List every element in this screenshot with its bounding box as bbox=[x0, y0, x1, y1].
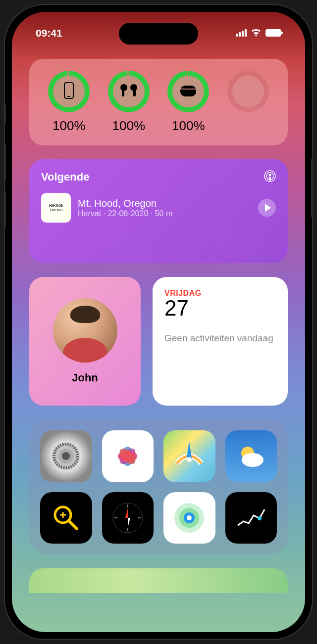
findmy-app-icon[interactable] bbox=[163, 492, 215, 544]
siri-suggestions-widget[interactable] bbox=[29, 419, 288, 554]
battery-ring-empty bbox=[227, 71, 269, 112]
compass-app-icon[interactable] bbox=[102, 492, 154, 544]
calendar-date: 27 bbox=[164, 296, 276, 321]
svg-point-37 bbox=[187, 515, 192, 520]
svg-rect-6 bbox=[180, 86, 196, 96]
weather-app-icon[interactable] bbox=[225, 430, 277, 482]
podcast-header: Volgende bbox=[41, 170, 276, 184]
stocks-app-icon[interactable] bbox=[225, 492, 277, 544]
photos-app-icon[interactable] bbox=[102, 430, 154, 482]
battery-item-airpods: 100% bbox=[108, 71, 150, 134]
volume-down-button[interactable] bbox=[3, 190, 6, 228]
podcast-widget-title: Volgende bbox=[41, 171, 89, 184]
calendar-events: Geen activiteiten vandaag bbox=[164, 332, 276, 345]
calendar-widget[interactable]: VRIJDAG 27 Geen activiteiten vandaag bbox=[153, 277, 288, 406]
batteries-widget[interactable]: 100% 100% 100% bbox=[29, 59, 288, 145]
airpods-case-icon bbox=[179, 84, 197, 99]
iphone-icon bbox=[63, 82, 74, 101]
podcast-episode[interactable]: HIKING TREKS Mt. Hood, Oregon Hervat · 2… bbox=[41, 193, 276, 223]
battery-percent: 100% bbox=[53, 118, 86, 134]
svg-point-13 bbox=[62, 452, 70, 460]
podcast-artwork: HIKING TREKS bbox=[41, 193, 71, 223]
magnifier-app-icon[interactable] bbox=[40, 492, 92, 544]
airpods-icon bbox=[119, 84, 139, 99]
podcasts-app-icon bbox=[264, 170, 276, 184]
battery-item-phone: 100% bbox=[48, 71, 90, 134]
battery-ring bbox=[167, 71, 209, 112]
battery-item-case: 100% bbox=[167, 71, 209, 134]
svg-point-38 bbox=[258, 516, 262, 520]
svg-line-26 bbox=[69, 521, 77, 529]
battery-percent: 100% bbox=[112, 118, 146, 134]
battery-ring bbox=[108, 71, 150, 112]
battery-icon bbox=[265, 29, 281, 37]
svg-point-10 bbox=[269, 174, 271, 177]
silence-switch[interactable] bbox=[3, 104, 6, 124]
svg-rect-5 bbox=[133, 90, 136, 96]
screen: 09:41 bbox=[12, 12, 305, 632]
power-button[interactable] bbox=[311, 158, 314, 218]
battery-ring bbox=[48, 71, 90, 112]
today-view: 100% 100% 100% bbox=[12, 44, 305, 593]
wifi-icon bbox=[251, 27, 262, 39]
dynamic-island[interactable] bbox=[119, 23, 198, 45]
map-widget-peek[interactable] bbox=[29, 568, 288, 593]
podcast-episode-title: Mt. Hood, Oregon bbox=[78, 198, 251, 209]
phone-frame: 09:41 bbox=[5, 5, 312, 639]
play-button[interactable] bbox=[258, 199, 276, 217]
svg-rect-7 bbox=[180, 89, 196, 90]
podcast-info: Mt. Hood, Oregon Hervat · 22-06-2020 · 5… bbox=[78, 198, 251, 218]
status-time: 09:41 bbox=[36, 27, 62, 39]
battery-percent: 100% bbox=[172, 118, 205, 134]
svg-rect-3 bbox=[122, 90, 124, 96]
svg-point-22 bbox=[187, 457, 192, 462]
podcast-episode-meta: Hervat · 22-06-2020 · 50 m bbox=[78, 209, 251, 218]
contact-widget[interactable]: John bbox=[29, 277, 141, 406]
contact-name: John bbox=[72, 371, 98, 384]
contact-avatar bbox=[53, 298, 117, 363]
battery-item-empty bbox=[227, 71, 269, 134]
maps-app-icon[interactable] bbox=[163, 430, 215, 482]
status-indicators bbox=[236, 27, 281, 39]
volume-up-button[interactable] bbox=[3, 143, 6, 181]
podcasts-widget[interactable]: Volgende HIKING TREKS Mt. Hood, Oregon H… bbox=[29, 159, 288, 263]
cellular-signal-icon bbox=[236, 29, 247, 37]
settings-app-icon[interactable] bbox=[40, 430, 92, 482]
svg-point-24 bbox=[242, 453, 264, 467]
